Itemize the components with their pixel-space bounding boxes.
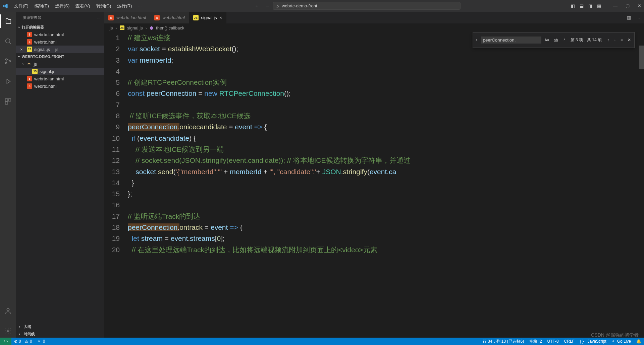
js-file-icon: JS (32, 69, 38, 74)
outline-header[interactable]: › 大纲 (16, 323, 104, 330)
broadcast-icon: ᯤ (612, 339, 616, 344)
menu-run[interactable]: 运行(R) (114, 2, 135, 10)
command-center[interactable]: ⌕ webrtc-demo-front (273, 2, 461, 10)
find-expand-icon[interactable]: › (475, 34, 479, 46)
window-minimize-icon[interactable]: — (613, 3, 618, 8)
error-icon: ⊗ (14, 339, 17, 344)
settings-gear-icon[interactable] (0, 324, 16, 338)
menu-view[interactable]: 查看(V) (73, 2, 93, 10)
html-file-icon: 5 (27, 32, 32, 37)
js-file-icon: JS (120, 25, 124, 30)
warning-icon: ⚠ (25, 339, 29, 344)
status-language[interactable]: { } JavaScript (577, 339, 609, 344)
extensions-icon[interactable] (0, 95, 16, 108)
find-result-count: 第 3 项，共 14 项 (571, 34, 602, 46)
match-case-icon[interactable]: Aa (543, 34, 550, 46)
chevron-down-icon (19, 54, 20, 59)
open-editor-item[interactable]: 5webrtc.html (16, 38, 104, 46)
menu-edit[interactable]: 编辑(E) (32, 2, 52, 10)
find-next-icon[interactable]: ↓ (612, 34, 617, 46)
find-close-icon[interactable]: ✕ (626, 34, 632, 46)
explorer-title: 资源管理器 (23, 15, 41, 20)
search-icon[interactable] (0, 34, 16, 48)
folder-icon: 🗀 (26, 61, 32, 67)
status-errors[interactable]: ⊗0 ⚠0 (11, 339, 35, 344)
explorer-icon[interactable] (0, 14, 16, 28)
folder-row[interactable]: 🗀js (16, 60, 104, 68)
status-spaces[interactable]: 空格: 2 (527, 339, 544, 344)
account-icon[interactable] (0, 304, 16, 318)
layout-right-icon[interactable]: ◨ (588, 3, 592, 8)
file-tree: 🗀js JSsignal.js 5webrtc-lan.html 5webrtc… (16, 60, 104, 90)
status-bar: ⊗0 ⚠0 ᯤ0 行 34，列 13 (已选择6) 空格: 2 UTF-8 CR… (0, 338, 644, 345)
tab-bar: 5webrtc-lan.html 5webrtc.html JSsignal.j… (104, 12, 644, 23)
vscode-logo-icon (3, 3, 8, 9)
sidebar: 资源管理器 ··· 打开的编辑器 5webrtc-lan.html 5webrt… (16, 12, 104, 338)
find-prev-icon[interactable]: ↑ (606, 34, 610, 46)
open-editors-list: 5webrtc-lan.html 5webrtc.html ×JSsignal.… (16, 31, 104, 53)
timeline-header[interactable]: › 时间线 (16, 330, 104, 338)
tab-webrtc-lan[interactable]: 5webrtc-lan.html (104, 12, 150, 23)
html-file-icon: 5 (27, 76, 32, 81)
line-gutter: 1234567891011121314151617181920 (104, 32, 128, 338)
minimap-thumb[interactable] (639, 46, 644, 69)
layout-left-icon[interactable]: ◧ (571, 3, 575, 8)
status-encoding[interactable]: UTF-8 (545, 339, 561, 344)
match-whole-word-icon[interactable]: ab (552, 34, 559, 46)
menu-bar: 文件(F) 编辑(E) 选择(S) 查看(V) 转到(G) 运行(R) ··· (11, 2, 144, 10)
status-eol[interactable]: CRLF (561, 339, 577, 344)
tab-webrtc[interactable]: 5webrtc.html (150, 12, 189, 23)
html-file-icon: 5 (154, 15, 160, 20)
status-notifications-icon[interactable]: 🔔 (634, 339, 644, 344)
tab-signal[interactable]: JSsignal.js× (189, 12, 227, 23)
svg-point-2 (5, 62, 7, 64)
html-file-icon: 5 (27, 39, 32, 45)
file-row[interactable]: 5webrtc.html (16, 82, 104, 90)
source-control-icon[interactable] (0, 55, 16, 68)
open-editor-item[interactable]: 5webrtc-lan.html (16, 31, 104, 38)
open-editors-header[interactable]: 打开的编辑器 (16, 23, 104, 31)
editor-area: 5webrtc-lan.html 5webrtc.html JSsignal.j… (104, 12, 644, 338)
menu-goto[interactable]: 转到(G) (94, 2, 114, 10)
chevron-down-icon (19, 24, 20, 30)
menu-more[interactable]: ··· (135, 2, 144, 10)
command-center-text: webrtc-demo-front (282, 3, 317, 8)
breadcrumbs[interactable]: js› JSsignal.js› ⬢then() callback (104, 23, 644, 32)
run-debug-icon[interactable] (0, 75, 16, 88)
file-row[interactable]: 5webrtc-lan.html (16, 75, 104, 82)
project-header[interactable]: WEBRTC-DEMO-FRONT (16, 53, 104, 60)
status-cursor[interactable]: 行 34，列 13 (已选择6) (480, 339, 527, 344)
minimap[interactable] (639, 32, 644, 338)
remote-indicator[interactable] (0, 338, 11, 345)
svg-point-1 (5, 59, 7, 60)
nav-back-icon[interactable]: ← (255, 3, 259, 8)
chevron-down-icon (23, 61, 24, 67)
code-content[interactable]: // 建立ws连接 var socket = establishWebSocke… (128, 32, 644, 338)
window-close-icon[interactable]: ✕ (638, 3, 641, 8)
status-ports[interactable]: ᯤ0 (35, 339, 48, 344)
regex-icon[interactable]: .* (561, 34, 566, 46)
open-editor-item[interactable]: ×JSsignal.js js (16, 46, 104, 53)
find-input[interactable] (481, 37, 541, 44)
status-go-live[interactable]: ᯤGo Live (609, 339, 634, 344)
menu-file[interactable]: 文件(F) (11, 2, 31, 10)
close-icon[interactable]: × (220, 15, 222, 20)
layout-bottom-icon[interactable]: ⬓ (580, 3, 584, 8)
find-widget: › Aa ab .* 第 3 项，共 14 项 ↑ ↓ ≡ ✕ (473, 32, 635, 48)
svg-rect-5 (8, 99, 11, 101)
menu-select[interactable]: 选择(S) (52, 2, 72, 10)
explorer-more-icon[interactable]: ··· (97, 16, 100, 20)
radio-icon: ᯤ (38, 339, 42, 344)
html-file-icon: 5 (27, 83, 32, 89)
titlebar: 文件(F) 编辑(E) 选择(S) 查看(V) 转到(G) 运行(R) ··· … (0, 0, 644, 12)
layout-grid-icon[interactable]: ▦ (597, 3, 601, 8)
close-icon[interactable]: × (20, 47, 25, 52)
svg-rect-6 (5, 102, 8, 104)
code-editor[interactable]: 1234567891011121314151617181920 // 建立ws连… (104, 32, 644, 338)
nav-forward-icon[interactable]: → (265, 3, 269, 8)
window-maximize-icon[interactable]: ▢ (626, 3, 630, 8)
split-editor-icon[interactable]: ▥ (627, 15, 631, 20)
file-row[interactable]: JSsignal.js (16, 68, 104, 75)
find-selection-icon[interactable]: ≡ (619, 34, 624, 46)
more-actions-icon[interactable]: ··· (636, 15, 640, 20)
